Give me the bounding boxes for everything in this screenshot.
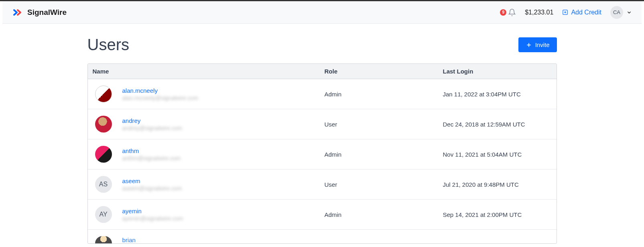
plus-square-icon (562, 9, 568, 15)
table-header: Name Role Last Login (88, 64, 557, 79)
user-avatar: AY (95, 206, 112, 223)
user-name-link[interactable]: anthm (122, 147, 181, 154)
user-avatar (95, 116, 112, 133)
plus-icon (526, 42, 532, 48)
column-header-last-login[interactable]: Last Login (443, 68, 557, 75)
cell-name: alan.mcneely alan.mcneely@signalwire.com (88, 86, 325, 102)
table-row[interactable]: andrey andrey@signalwire.com User Dec 24… (88, 109, 557, 139)
brand-name: SignalWire (27, 8, 67, 17)
user-email: ayemin@signalwire.com (122, 215, 183, 222)
account-balance: $1,233.01 (525, 9, 553, 16)
logo-area[interactable]: SignalWire (12, 7, 67, 18)
table-row[interactable]: AS aseem aseem@signalwire.com User Jul 2… (88, 169, 557, 200)
invite-label: Invite (535, 41, 550, 48)
user-avatar (95, 86, 112, 102)
user-avatar (95, 146, 112, 163)
user-name-link[interactable]: aseem (122, 178, 182, 184)
cell-name: andrey andrey@signalwire.com (88, 116, 325, 133)
bell-icon (508, 8, 516, 16)
user-email: anthm@signalwire.com (122, 155, 181, 161)
user-email: aseem@signalwire.com (122, 185, 182, 192)
table-body: alan.mcneely alan.mcneely@signalwire.com… (88, 79, 557, 243)
cell-last-login: Sep 14, 2021 at 2:00PM UTC (443, 211, 557, 218)
cell-last-login: Nov 11, 2021 at 5:04AM UTC (443, 151, 557, 158)
cell-role: Admin (325, 151, 443, 158)
user-email: alan.mcneely@signalwire.com (122, 95, 198, 101)
name-stack: aseem aseem@signalwire.com (122, 178, 182, 192)
cell-last-login: Dec 24, 2018 at 12:59AM UTC (443, 121, 557, 128)
brand-logo-icon (12, 7, 23, 18)
invite-button[interactable]: Invite (518, 37, 557, 52)
cell-last-login: Jan 11, 2022 at 3:04PM UTC (443, 91, 557, 98)
cell-role: Admin (325, 91, 443, 98)
user-avatar: AS (95, 176, 112, 193)
name-stack: andrey andrey@signalwire.com (122, 117, 183, 131)
user-name-link[interactable]: andrey (122, 117, 183, 124)
table-row[interactable]: anthm anthm@signalwire.com Admin Nov 11,… (88, 139, 557, 169)
users-table: Name Role Last Login alan.mcneely alan.m… (87, 63, 557, 244)
user-menu[interactable]: CA (610, 6, 632, 19)
table-row[interactable]: brian (88, 230, 557, 243)
cell-name: anthm anthm@signalwire.com (88, 146, 325, 163)
cell-role: Admin (325, 211, 443, 218)
page-header: Users Invite (87, 36, 557, 54)
app-header: SignalWire 9 $1,233.01 Add Credit (2, 1, 642, 24)
add-credit-button[interactable]: Add Credit (562, 9, 601, 16)
cell-last-login: Jul 21, 2020 at 9:48PM UTC (443, 181, 557, 188)
name-stack: brian (122, 237, 136, 243)
cell-name: brian (88, 236, 325, 243)
cell-name: AY ayemin ayemin@signalwire.com (88, 206, 325, 223)
header-right: 9 $1,233.01 Add Credit CA (500, 6, 632, 19)
user-name-link[interactable]: brian (122, 237, 136, 243)
column-header-name[interactable]: Name (88, 68, 325, 75)
table-row[interactable]: AY ayemin ayemin@signalwire.com Admin Se… (88, 200, 557, 230)
avatar: CA (610, 6, 623, 19)
cell-role: User (325, 181, 443, 188)
name-stack: ayemin ayemin@signalwire.com (122, 208, 183, 222)
chevron-down-icon (626, 10, 632, 15)
name-stack: anthm anthm@signalwire.com (122, 147, 181, 161)
cell-role: User (325, 121, 443, 128)
page-title: Users (87, 36, 129, 54)
user-name-link[interactable]: ayemin (122, 208, 183, 214)
column-header-role[interactable]: Role (325, 68, 443, 75)
table-row[interactable]: alan.mcneely alan.mcneely@signalwire.com… (88, 79, 557, 109)
cell-name: AS aseem aseem@signalwire.com (88, 176, 325, 193)
user-name-link[interactable]: alan.mcneely (122, 87, 198, 94)
user-email: andrey@signalwire.com (122, 125, 183, 131)
main-content: Users Invite Name Role Last Login alan.m… (87, 24, 557, 244)
add-credit-label: Add Credit (571, 9, 601, 16)
notification-badge: 9 (500, 9, 506, 16)
name-stack: alan.mcneely alan.mcneely@signalwire.com (122, 87, 198, 101)
user-avatar (95, 236, 112, 243)
notification-area[interactable]: 9 (500, 8, 516, 16)
